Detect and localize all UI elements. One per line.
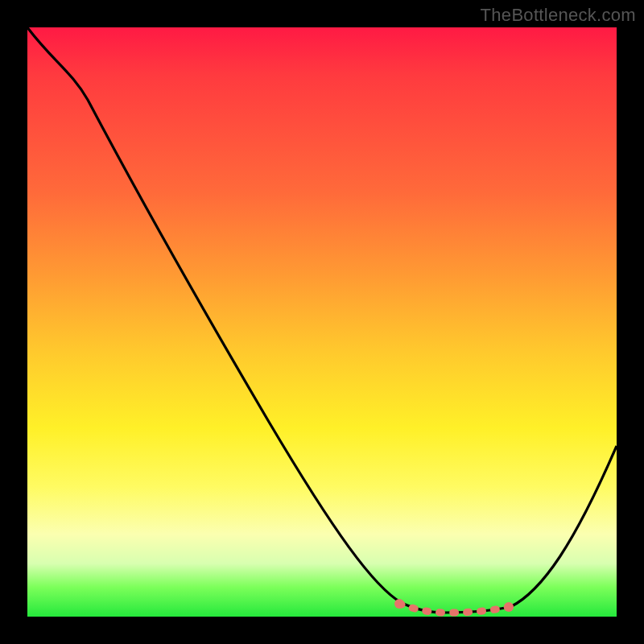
marker-dot-right <box>504 602 514 612</box>
plot-area <box>27 27 617 617</box>
bottleneck-curve <box>27 27 617 613</box>
chart-frame: TheBottleneck.com <box>0 0 644 644</box>
curve-svg <box>27 27 617 617</box>
watermark-text: TheBottleneck.com <box>481 5 636 26</box>
marker-dot-left <box>394 599 404 609</box>
optimal-range-marker <box>399 604 509 613</box>
